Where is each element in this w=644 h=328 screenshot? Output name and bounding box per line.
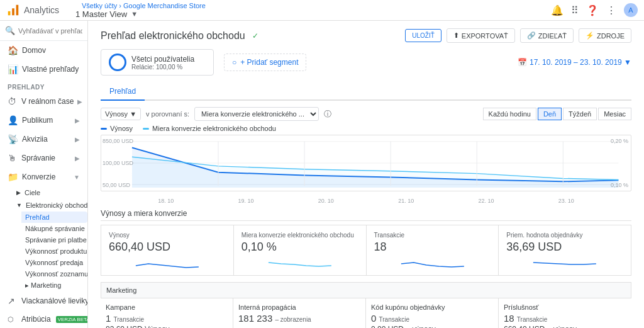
legend-dot-conversion xyxy=(143,128,149,130)
main-content: Prehľad elektronického obchodu ✓ ULOŽIŤ … xyxy=(88,21,644,328)
view-title-arrow[interactable]: ▼ xyxy=(131,10,138,18)
sidebar-item-vlastne[interactable]: 📊 Vlastné prehľady xyxy=(0,60,87,79)
top-icons: 🔔 ⠿ ❓ ⋮ A xyxy=(551,3,638,17)
nav-section-prehlady: PREHLADY xyxy=(0,79,87,92)
legend-revenue: Výnosy xyxy=(101,125,133,132)
sidebar-item-publikum[interactable]: 👤 Publikum ▶ xyxy=(0,111,87,130)
segment-bar: Všetci používatelia Relácie: 100,00 % ○ … xyxy=(101,49,631,76)
stat-conversion: Miera konverzie elektronického obchodu 0… xyxy=(234,225,366,275)
mkt-kupon-title: Kód kupónu objednávky xyxy=(371,303,493,311)
sidebar-item-elektronicky[interactable]: ▼ Elektronický obchod xyxy=(14,199,87,212)
layout: 🔍 🏠 Domov 📊 Vlastné prehľady PREHLADY ⏱ … xyxy=(0,21,644,328)
freq-week[interactable]: Týždeň xyxy=(563,108,597,120)
mkt-prislusnost-row1: 660,40 USD – výnosy xyxy=(504,325,626,328)
breadcrumb-link1[interactable]: Všetky účty xyxy=(82,2,117,9)
chart-legend: Výnosy Miera konverzie elektronického ob… xyxy=(101,125,631,132)
svg-rect-1 xyxy=(12,8,14,15)
home-icon: 🏠 xyxy=(8,45,18,55)
metric-select[interactable]: Výnosy ▼ xyxy=(101,108,141,120)
page-title: Prehľad elektronického obchodu xyxy=(101,30,245,42)
stat-avg-order: Priem. hodnota objednávky 36,69 USD xyxy=(499,225,631,275)
marketing-header: Marketing xyxy=(101,282,631,298)
sidebar-item-akvizicia[interactable]: 📡 Akviziia ▶ xyxy=(0,130,87,149)
search-bar: 🔍 xyxy=(0,21,87,41)
account-icon[interactable]: A xyxy=(624,3,638,17)
segment-circle xyxy=(109,54,126,71)
behavior-icon: 🖱 xyxy=(8,153,18,163)
mkt-prislusnost-title: Príslušnosť xyxy=(504,303,626,311)
mkt-col-kupon: Kód kupónu objednávky 0 Transakcie 0,00 … xyxy=(366,298,499,328)
search-input[interactable] xyxy=(18,27,82,35)
sidebar-item-atribucia[interactable]: ⬡ Atribúcia VERZIA BETA xyxy=(0,310,87,328)
sidebar-item-prehlad[interactable]: Prehľad xyxy=(21,212,87,223)
date-range-picker[interactable]: 📅 17. 10. 2019 – 23. 10. 2019 ▼ xyxy=(518,58,631,67)
breadcrumb-link2[interactable]: Google Merchandise Store xyxy=(123,2,206,9)
stat-transactions-label: Transakcie xyxy=(374,232,491,239)
attribution-icon: ⬡ xyxy=(8,315,18,324)
beta-badge: VERZIA BETA xyxy=(56,316,88,323)
sources-button[interactable]: ⚡ ZDROJE xyxy=(579,28,631,43)
stat-revenue: Výnosy 660,40 USD xyxy=(101,225,233,275)
tabs-row: Prehľad xyxy=(101,83,631,101)
sidebar-item-spravanie[interactable]: 🖱 Správanie ▶ xyxy=(0,149,87,167)
sidebar-item-vykonnost-predaj[interactable]: Výkonnosť predaja xyxy=(21,257,87,268)
sidebar-item-domov[interactable]: 🏠 Domov xyxy=(0,41,87,60)
stat-conversion-sparkline xyxy=(242,256,358,269)
share-button[interactable]: 🔗 ZDIEĽAŤ xyxy=(520,28,574,43)
status-check-icon: ✓ xyxy=(252,31,258,40)
compare-info-icon[interactable]: ⓘ xyxy=(324,109,331,120)
stat-revenue-value: 660,40 USD xyxy=(109,240,226,254)
sidebar: 🔍 🏠 Domov 📊 Vlastné prehľady PREHLADY ⏱ … xyxy=(0,21,88,328)
header-actions: ULOŽIŤ ⬆ EXPORTOVAŤ 🔗 ZDIEĽAŤ ⚡ ZDROJE xyxy=(405,28,631,43)
expand-elektronicky-icon: ▼ xyxy=(16,202,22,208)
svg-marker-7 xyxy=(132,157,618,188)
logo-text: Analytics xyxy=(24,5,59,15)
svg-rect-2 xyxy=(16,5,19,16)
konverzie-submenu: ▶ Ciele ▼ Elektronický obchod Prehľad Ná… xyxy=(0,186,87,291)
breadcrumb: Všetky účty › Google Merchandise Store xyxy=(75,2,551,9)
topbar: Analytics Všetky účty › Google Merchandi… xyxy=(0,0,644,21)
freq-hourly[interactable]: Každú hodinu xyxy=(483,108,536,120)
help-icon[interactable]: ❓ xyxy=(586,4,599,16)
mkt-prislusnost-main: 18 Transakcie xyxy=(504,313,626,324)
freq-day[interactable]: Deň xyxy=(538,108,562,120)
mkt-interna-title: Interná propagácia xyxy=(238,303,360,311)
chart-area: 850,00 USD 100,00 USD 50,00 USD 0,20 % 0… xyxy=(101,135,631,191)
bell-icon[interactable]: 🔔 xyxy=(551,4,564,16)
mkt-interna-main: 181 233 – zobrazenia xyxy=(238,313,360,324)
mkt-col-interna: Interná propagácia 181 233 – zobrazenia xyxy=(233,298,366,328)
freq-month[interactable]: Mesiac xyxy=(598,108,631,120)
tab-prehlad[interactable]: Prehľad xyxy=(101,83,145,101)
save-button[interactable]: ULOŽIŤ xyxy=(405,29,441,42)
sidebar-item-spravanie-platba[interactable]: Správanie pri platbe xyxy=(21,234,87,246)
dots-vertical-icon[interactable]: ⋮ xyxy=(606,4,616,16)
mkt-kampane-title: Kampane xyxy=(106,303,228,311)
segment-all-users[interactable]: Všetci používatelia Relácie: 100,00 % xyxy=(101,49,214,76)
compare-select[interactable]: Miera konverzie elektronického ... xyxy=(194,107,319,121)
y-axis-left: 850,00 USD 100,00 USD 50,00 USD xyxy=(103,138,133,188)
mkt-col-kampane: Kampane 1 Transakcie 83,60 USD Výnosy 83… xyxy=(101,298,233,328)
sidebar-item-vykonnost-zoz[interactable]: Výkonnosť zoznamu produktov xyxy=(21,268,87,280)
sidebar-item-konverzie[interactable]: 📁 Konverzie ▼ xyxy=(0,167,87,186)
add-segment-button[interactable]: ○ + Pridať segment xyxy=(224,54,306,71)
export-button[interactable]: ⬆ EXPORTOVAŤ xyxy=(447,28,515,43)
sidebar-item-realny-cas[interactable]: ⏱ V reálnom čase ▶ xyxy=(0,92,87,111)
expand-ciele-icon: ▶ xyxy=(16,189,21,196)
stat-avg-order-label: Priem. hodnota objednávky xyxy=(506,232,623,239)
sidebar-item-vykonnost-prod[interactable]: Výkonnosť produktu xyxy=(21,246,87,257)
expand-icon: ▶ xyxy=(77,98,82,105)
svg-rect-0 xyxy=(8,11,11,15)
sidebar-item-ciele[interactable]: ▶ Ciele xyxy=(14,186,87,199)
sidebar-item-viackanalne[interactable]: ↗ Viackanálové lieviky ▶ xyxy=(0,291,87,310)
custom-reports-icon: 📊 xyxy=(8,64,18,74)
funnel-icon: ↗ xyxy=(8,296,18,306)
calendar-icon: 📅 xyxy=(518,58,527,67)
x-axis-labels: 18. 10 19. 10 20. 10 21. 10 22. 10 23. 1… xyxy=(101,198,631,204)
sidebar-item-marketing-sub[interactable]: ▸ Marketing xyxy=(21,280,87,291)
chart-svg xyxy=(101,135,631,191)
sidebar-item-nakupne[interactable]: Nákupné správanie xyxy=(21,223,87,234)
mkt-kupon-row1: 0,00 USD – výnosy xyxy=(371,325,493,328)
grid-icon[interactable]: ⠿ xyxy=(571,4,579,16)
stat-avg-order-sparkline xyxy=(506,256,623,269)
expand-icon3: ▶ xyxy=(75,136,80,143)
